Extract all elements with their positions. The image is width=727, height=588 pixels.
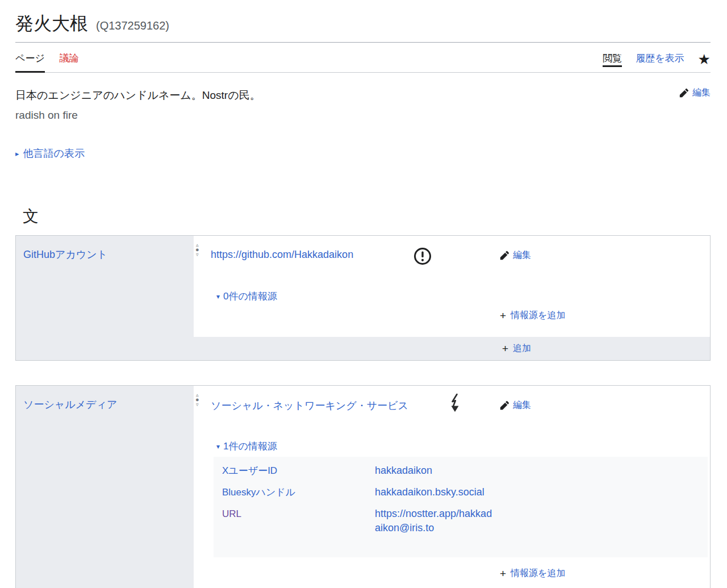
tab-view[interactable]: 閲覧 <box>603 52 622 66</box>
other-languages-toggle[interactable]: ▸ 他言語の表示 <box>15 147 85 160</box>
statement-edit-button[interactable]: 編集 <box>500 399 531 411</box>
chevron-down-icon: ▾ <box>216 293 220 301</box>
reference-block: XユーザーID hakkadaikon Blueskyハンドル hakkadai… <box>214 457 708 557</box>
statement-group-footer: + 追加 <box>16 337 710 360</box>
tab-history[interactable]: 履歴を表示 <box>636 52 684 66</box>
entity-description: 日本のエンジニアのハンドルネーム。Nostrの民。 <box>15 85 711 105</box>
pencil-icon <box>500 251 509 260</box>
statements-heading: 文 <box>23 206 711 227</box>
entity-id: (Q137259162) <box>96 19 169 32</box>
references-toggle-label: 0件の情報源 <box>223 290 277 303</box>
rank-selector-icon: ▵ ● ▿ <box>195 393 199 407</box>
pencil-icon <box>500 401 509 410</box>
entity-alias: radish on fire <box>15 105 711 125</box>
constraint-warning-icon[interactable] <box>413 247 432 266</box>
add-reference-label: 情報源を追加 <box>511 568 565 579</box>
lightning-down-arrow-icon[interactable] <box>449 393 461 414</box>
property-column: GitHubアカウント <box>16 236 194 337</box>
edit-label: 編集 <box>513 399 531 411</box>
chevron-down-icon: ▾ <box>216 443 220 451</box>
reference-value-link[interactable]: hakkadaikon.bsky.social <box>375 485 497 499</box>
statement-group-social-media: ソーシャルメディア ▵ ● ▿ ソーシャル・ネットワーキング・サービス <box>15 385 711 588</box>
property-link-github[interactable]: GitHubアカウント <box>23 249 107 260</box>
reference-row: XユーザーID hakkadaikon <box>222 464 708 478</box>
tabs-left: ページ 議論 <box>15 52 79 72</box>
add-value-label: 追加 <box>513 343 531 355</box>
pencil-icon <box>679 88 689 98</box>
property-column: ソーシャルメディア <box>16 386 194 588</box>
statement-edit-button[interactable]: 編集 <box>500 249 531 261</box>
wikidata-entity-page: 発火大根 (Q137259162) ページ 議論 閲覧 履歴を表示 ★ 日本のエ… <box>0 0 727 588</box>
tab-page[interactable]: ページ <box>15 52 45 72</box>
add-reference-button[interactable]: + 情報源を追加 <box>500 310 565 322</box>
edit-label: 編集 <box>692 87 711 99</box>
reference-property-link[interactable]: URL <box>222 507 375 535</box>
statement-body: ▵ ● ▿ https://github.com/Hakkadaikon <box>194 236 710 337</box>
page-title: 発火大根 <box>15 11 88 36</box>
references-toggle[interactable]: ▾ 0件の情報源 <box>216 290 277 303</box>
edit-label: 編集 <box>513 249 531 261</box>
reference-row: URL https://nostter.app/hakkadaikon@iris… <box>222 507 708 535</box>
watch-star-icon[interactable]: ★ <box>698 52 711 66</box>
terms-edit-button[interactable]: 編集 <box>679 87 711 99</box>
tab-bar: ページ 議論 閲覧 履歴を表示 ★ <box>15 43 711 73</box>
tab-discussion[interactable]: 議論 <box>60 52 79 72</box>
property-link-social-media[interactable]: ソーシャルメディア <box>23 399 117 410</box>
rank-selector-icon: ▵ ● ▿ <box>195 243 199 257</box>
reference-property-link[interactable]: XユーザーID <box>222 464 375 478</box>
add-value-button[interactable]: + 追加 <box>502 343 531 355</box>
add-reference-label: 情報源を追加 <box>511 310 565 322</box>
rank-down-icon: ▿ <box>196 402 199 407</box>
statement-value-link[interactable]: ソーシャル・ネットワーキング・サービス <box>211 399 408 412</box>
rank-down-icon: ▿ <box>196 252 199 257</box>
references-toggle-label: 1件の情報源 <box>223 440 277 453</box>
add-reference-button[interactable]: + 情報源を追加 <box>500 568 565 579</box>
entity-terms: 日本のエンジニアのハンドルネーム。Nostrの民。 radish on fire… <box>15 85 711 125</box>
statement-group-github: GitHubアカウント ▵ ● ▿ https://github.com/Hak… <box>15 235 711 361</box>
other-languages-label: 他言語の表示 <box>23 147 85 160</box>
reference-value-link[interactable]: https://nostter.app/hakkadaikon@iris.to <box>375 507 497 535</box>
reference-row: Blueskyハンドル hakkadaikon.bsky.social <box>222 485 708 499</box>
statement-body: ▵ ● ▿ ソーシャル・ネットワーキング・サービス 編集 <box>194 386 710 588</box>
references-toggle[interactable]: ▾ 1件の情報源 <box>216 440 277 453</box>
title-row: 発火大根 (Q137259162) <box>15 0 711 43</box>
tabs-right: 閲覧 履歴を表示 ★ <box>603 52 711 72</box>
chevron-right-icon: ▸ <box>15 149 19 158</box>
reference-value-link[interactable]: hakkadaikon <box>375 464 497 478</box>
plus-icon: + <box>500 568 506 579</box>
statement-value-link[interactable]: https://github.com/Hakkadaikon <box>211 249 353 261</box>
plus-icon: + <box>500 310 506 321</box>
plus-icon: + <box>502 343 508 354</box>
reference-property-link[interactable]: Blueskyハンドル <box>222 485 375 499</box>
